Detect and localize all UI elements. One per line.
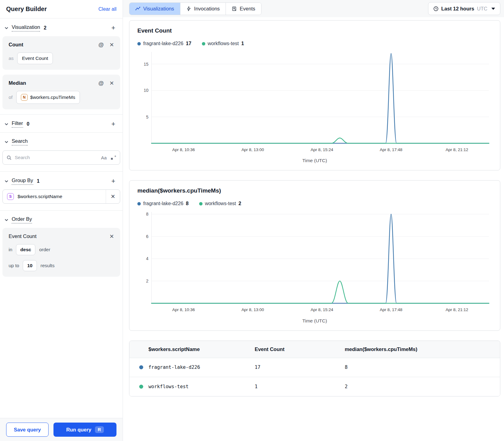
run-query-button[interactable]: Run query R [53, 423, 116, 437]
add-filter-button[interactable]: + [110, 120, 116, 128]
script-name-cell: workflows-test [129, 384, 255, 389]
up-to-label: up to [9, 263, 19, 268]
results-table: $workers.scriptName Event Count median($… [129, 341, 500, 396]
number-type-icon: N [21, 94, 28, 101]
clock-icon [433, 6, 439, 11]
tab-label: Invocations [194, 6, 220, 12]
svg-text:5: 5 [146, 115, 148, 119]
keyboard-shortcut-badge: R [95, 426, 104, 433]
line-chart: 2468Apr 8, 10:36Apr 8, 13:00Apr 8, 15:24… [137, 209, 492, 317]
result-limit-chip[interactable]: 10 [23, 260, 37, 271]
svg-text:Apr 8, 15:24: Apr 8, 15:24 [311, 147, 333, 152]
table-row[interactable]: workflows-test 1 2 [129, 377, 500, 396]
svg-text:6: 6 [146, 234, 148, 239]
svg-text:Apr 8, 21:12: Apr 8, 21:12 [446, 147, 468, 152]
legend-item[interactable]: workflows-test 2 [199, 201, 241, 206]
regex-icon[interactable]: * [111, 155, 116, 160]
at-mention-icon[interactable]: @ [98, 42, 104, 48]
of-label: of [9, 95, 13, 100]
chevron-down-icon[interactable] [4, 218, 9, 222]
legend-value: 1 [241, 41, 244, 46]
sidebar-body: Visualization 2 + Count @ ✕ as Event Cou… [0, 18, 123, 441]
remove-group-by-button[interactable]: ✕ [106, 190, 120, 203]
x-axis-title: Time (UTC) [137, 318, 492, 325]
table-row[interactable]: fragrant-lake-d226 17 8 [129, 358, 500, 377]
search-icon [6, 155, 12, 160]
section-group-by-label: Group By [12, 178, 33, 185]
series-dot [137, 202, 141, 205]
clear-all-button[interactable]: Clear all [98, 6, 116, 12]
time-range-picker[interactable]: Last 12 hours UTC [428, 2, 500, 15]
view-tabs: Visualizations Invocations Events [129, 2, 262, 15]
legend-item[interactable]: workflows-test 1 [202, 41, 244, 46]
legend-item[interactable]: fragrant-lake-d226 17 [137, 41, 191, 46]
tab-label: Events [240, 6, 255, 12]
sidebar-footer: Save query Run query R [0, 418, 123, 441]
in-label: in [9, 247, 12, 252]
as-label: as [9, 56, 14, 61]
match-case-icon[interactable]: Aa [101, 155, 107, 160]
search-input[interactable] [15, 155, 98, 160]
add-visualization-button[interactable]: + [110, 24, 116, 32]
svg-text:Apr 8, 15:24: Apr 8, 15:24 [311, 308, 333, 312]
legend-label: workflows-test [208, 41, 239, 46]
filter-count: 0 [27, 121, 30, 127]
chart-title: median($workers.cpuTimeMs) [137, 187, 492, 194]
search-box: Aa * [2, 150, 120, 165]
main-area: Visualizations Invocations Events Last 1… [123, 0, 504, 441]
count-card-title: Count [9, 42, 23, 48]
svg-text:Apr 8, 10:36: Apr 8, 10:36 [172, 308, 195, 312]
chevron-down-icon[interactable] [4, 179, 9, 183]
add-group-by-button[interactable]: + [110, 177, 116, 185]
series-dot [202, 42, 205, 45]
event-count-cell: 17 [255, 365, 345, 370]
svg-text:15: 15 [144, 62, 148, 67]
median-cell: 2 [345, 384, 500, 389]
column-header: $workers.scriptName [129, 346, 255, 352]
median-field-chip[interactable]: N $workers.cpuTimeMs [16, 91, 80, 104]
events-note-icon [232, 6, 237, 11]
count-aggregation-card: Count @ ✕ as Event Count [2, 36, 120, 70]
group-by-field[interactable]: S $workers.scriptName [3, 190, 106, 203]
group-by-count: 1 [37, 178, 40, 184]
median-field-value: $workers.cpuTimeMs [30, 95, 75, 100]
event-count-alias-chip[interactable]: Event Count [17, 53, 53, 64]
lightning-icon [186, 6, 191, 11]
results-label: results [41, 263, 55, 268]
visualizations-panel: Event Count fragrant-lake-d226 17 workfl… [123, 17, 504, 441]
group-by-field-chip: S $workers.scriptName ✕ [2, 189, 120, 204]
close-icon[interactable]: ✕ [109, 80, 114, 86]
sidebar-header: Query Builder Clear all [0, 0, 123, 18]
tab-visualizations[interactable]: Visualizations [129, 3, 180, 15]
svg-text:Apr 8, 13:00: Apr 8, 13:00 [242, 147, 264, 152]
series-dot [199, 202, 203, 205]
column-header: Event Count [255, 346, 345, 352]
save-query-button[interactable]: Save query [6, 423, 49, 437]
at-mention-icon[interactable]: @ [98, 80, 104, 86]
chart-legend: fragrant-lake-d226 17 workflows-test 1 [137, 41, 492, 46]
chevron-down-icon[interactable] [4, 140, 9, 144]
x-axis-title: Time (UTC) [137, 158, 492, 165]
tab-invocations[interactable]: Invocations [180, 3, 226, 15]
close-icon[interactable]: ✕ [109, 42, 114, 48]
chart-title: Event Count [137, 27, 492, 34]
svg-text:8: 8 [146, 212, 148, 217]
legend-value: 17 [186, 41, 191, 46]
table-header-row: $workers.scriptName Event Count median($… [129, 341, 500, 358]
section-visualization-label: Visualization [12, 24, 40, 32]
tab-events[interactable]: Events [226, 3, 261, 15]
legend-label: workflows-test [205, 201, 236, 206]
svg-text:Apr 8, 13:00: Apr 8, 13:00 [242, 308, 264, 312]
section-order-by-header: Order By [0, 211, 123, 228]
main-topbar: Visualizations Invocations Events Last 1… [123, 0, 504, 17]
section-visualization-header: Visualization 2 + [0, 18, 123, 36]
svg-text:2: 2 [146, 279, 148, 283]
legend-value: 8 [186, 201, 189, 206]
line-chart-icon [135, 6, 140, 11]
chevron-down-icon[interactable] [4, 122, 9, 126]
legend-item[interactable]: fragrant-lake-d226 8 [137, 201, 189, 206]
section-search-header: Search [0, 133, 123, 150]
sort-direction-chip[interactable]: desc [16, 244, 35, 255]
chevron-down-icon[interactable] [4, 26, 9, 30]
close-icon[interactable]: ✕ [109, 234, 114, 239]
